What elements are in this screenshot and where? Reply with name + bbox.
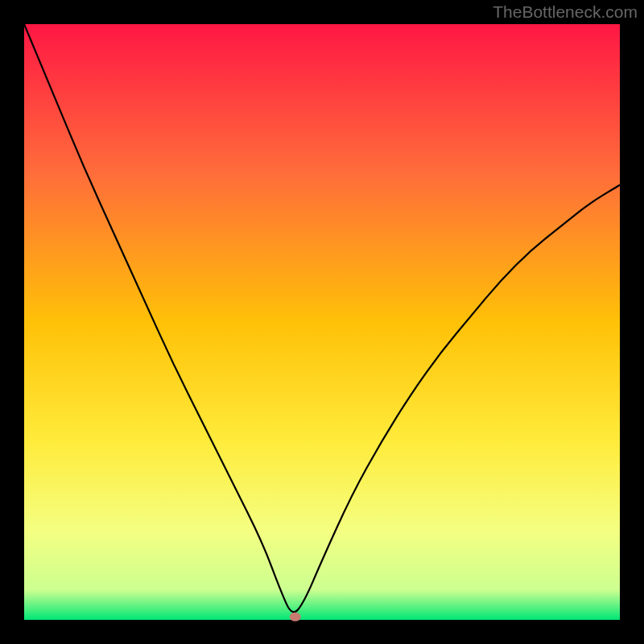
optimal-point-marker (290, 613, 301, 621)
watermark-text: TheBottleneck.com (493, 2, 638, 22)
chart-svg (0, 0, 644, 644)
chart-container: TheBottleneck.com (0, 0, 644, 644)
plot-area (24, 24, 620, 620)
